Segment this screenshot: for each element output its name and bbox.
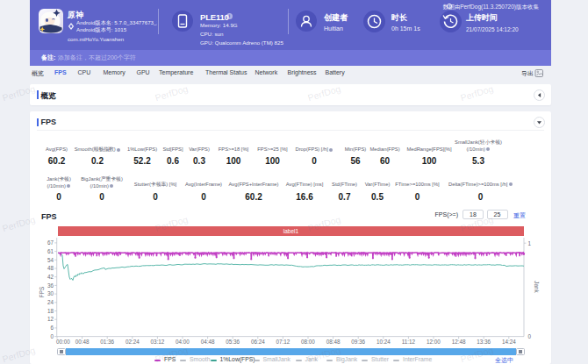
svg-text:00:48: 00:48 bbox=[75, 339, 90, 345]
svg-text:42: 42 bbox=[47, 274, 54, 280]
svg-text:36: 36 bbox=[47, 282, 54, 289]
svg-text:Jank: Jank bbox=[534, 281, 540, 293]
svg-text:18: 18 bbox=[47, 308, 54, 314]
svg-text:30: 30 bbox=[47, 290, 54, 296]
svg-text:12:48: 12:48 bbox=[452, 339, 466, 345]
svg-text:61: 61 bbox=[47, 248, 54, 254]
svg-text:13:36: 13:36 bbox=[477, 339, 491, 345]
svg-text:00:00: 00:00 bbox=[56, 339, 70, 345]
svg-text:54: 54 bbox=[47, 257, 54, 263]
svg-text:12:00: 12:00 bbox=[427, 339, 441, 345]
svg-text:FPS: FPS bbox=[39, 287, 45, 297]
svg-text:11:12: 11:12 bbox=[402, 339, 416, 345]
svg-text:06:24: 06:24 bbox=[251, 339, 265, 345]
svg-text:14:24: 14:24 bbox=[502, 339, 516, 345]
svg-text:04:48: 04:48 bbox=[201, 339, 215, 345]
svg-text:03:12: 03:12 bbox=[151, 339, 165, 345]
svg-text:04:00: 04:00 bbox=[176, 339, 190, 345]
svg-text:1: 1 bbox=[528, 240, 532, 246]
svg-text:6: 6 bbox=[50, 325, 54, 331]
svg-text:48: 48 bbox=[47, 265, 54, 271]
svg-text:12: 12 bbox=[47, 316, 54, 322]
svg-text:67: 67 bbox=[47, 239, 54, 246]
svg-text:0: 0 bbox=[50, 333, 54, 339]
svg-text:07:12: 07:12 bbox=[276, 339, 290, 345]
svg-text:0: 0 bbox=[528, 333, 532, 339]
svg-text:01:36: 01:36 bbox=[100, 339, 114, 345]
svg-text:09:36: 09:36 bbox=[351, 339, 365, 345]
svg-text:08:00: 08:00 bbox=[301, 339, 315, 345]
svg-text:02:24: 02:24 bbox=[125, 339, 140, 345]
svg-text:24: 24 bbox=[47, 299, 54, 305]
svg-text:10:24: 10:24 bbox=[376, 339, 391, 345]
svg-text:05:36: 05:36 bbox=[226, 339, 240, 345]
